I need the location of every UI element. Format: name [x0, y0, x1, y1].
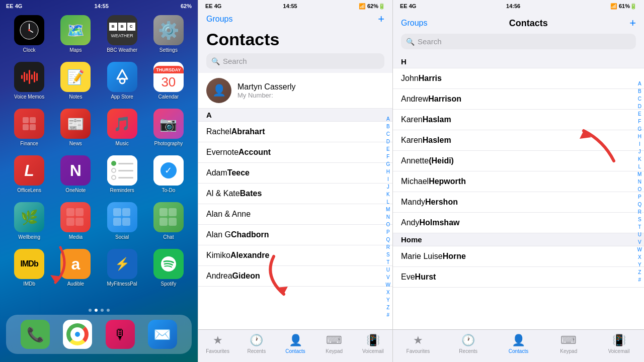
alpha2-D[interactable]: D	[637, 103, 642, 110]
app-todo[interactable]: ✓ To-Do	[147, 155, 190, 193]
search-bar-c2[interactable]: 🔍 Search	[401, 34, 636, 49]
app-calendar[interactable]: THURSDAY 30 Calendar	[147, 62, 190, 100]
alpha2-I[interactable]: I	[637, 141, 642, 148]
dock-podcast[interactable]: 🎙	[106, 320, 135, 349]
alpha2-K[interactable]: K	[637, 156, 642, 163]
tab-voicemail-c2[interactable]: 📳 Voicemail	[594, 334, 644, 354]
alpha-T[interactable]: T	[386, 259, 390, 266]
app-music[interactable]: 🎵 Music	[101, 109, 143, 146]
dock-chrome[interactable]	[63, 320, 92, 349]
tab-voicemail-c1[interactable]: 📳 Voicemail	[354, 334, 392, 354]
alpha2-L[interactable]: L	[637, 163, 642, 170]
contact-evernote[interactable]: Evernote Account	[198, 142, 392, 163]
alpha-X[interactable]: X	[386, 289, 390, 296]
alpha2-C[interactable]: C	[637, 96, 642, 103]
alpha2-O[interactable]: O	[637, 186, 642, 193]
tab-keypad-c2[interactable]: ⌨ Keypad	[543, 334, 594, 354]
alpha2-Z[interactable]: Z	[637, 269, 642, 276]
alpha-J[interactable]: J	[386, 184, 390, 191]
tab-recents-c2[interactable]: 🕐 Recents	[443, 334, 494, 354]
contact-mandy-hershon[interactable]: Mandy Hershon	[393, 192, 644, 213]
app-bbc[interactable]: BBC WEATHER BBC Weather	[101, 15, 143, 53]
alpha-C[interactable]: C	[386, 131, 390, 138]
alpha-Q[interactable]: Q	[386, 236, 390, 243]
app-onenote[interactable]: N OneNote	[54, 155, 97, 193]
alpha2-hash[interactable]: #	[637, 277, 642, 284]
alpha2-B[interactable]: B	[637, 88, 642, 95]
alpha-N[interactable]: N	[386, 214, 390, 221]
alpha2-S[interactable]: S	[637, 216, 642, 223]
add-contact-button-c2[interactable]: +	[629, 17, 636, 30]
app-finance[interactable]: Finance	[8, 109, 50, 146]
add-contact-button-c1[interactable]: +	[378, 13, 384, 26]
alpha2-Y[interactable]: Y	[637, 261, 642, 268]
dock-phone[interactable]: 📞	[21, 320, 50, 349]
alpha2-A[interactable]: A	[637, 80, 642, 87]
groups-button-c2[interactable]: Groups	[401, 19, 427, 28]
alpha2-X[interactable]: X	[637, 254, 642, 261]
alpha-D[interactable]: D	[386, 138, 390, 145]
alpha-U[interactable]: U	[386, 266, 390, 274]
app-media[interactable]: Media	[54, 202, 97, 240]
contact-michael-hepworth[interactable]: Michael Hepworth	[393, 171, 644, 192]
contact-adam[interactable]: Adam Teece	[198, 163, 392, 184]
app-office[interactable]: L OfficeLens	[8, 155, 50, 193]
alpha-F[interactable]: F	[386, 153, 390, 160]
alpha2-F[interactable]: F	[637, 118, 642, 125]
app-chat[interactable]: Chat	[147, 202, 190, 240]
alpha-H[interactable]: H	[386, 168, 390, 175]
alpha2-M[interactable]: M	[637, 171, 642, 178]
alpha2-W[interactable]: W	[637, 246, 642, 253]
tab-keypad-c1[interactable]: ⌨ Keypad	[315, 334, 354, 354]
contact-al-kate[interactable]: Al & Kate Bates	[198, 184, 392, 204]
alpha-Z[interactable]: Z	[386, 304, 390, 311]
app-notes[interactable]: 📝 Notes	[54, 62, 97, 100]
app-wellbeing[interactable]: 🌿 Wellbeing	[8, 202, 50, 240]
contact-andrew-harrison[interactable]: Andrew Harrison	[393, 89, 644, 110]
alpha2-E[interactable]: E	[637, 111, 642, 118]
tab-contacts-c2[interactable]: 👤 Contacts	[494, 334, 544, 354]
alpha2-H[interactable]: H	[637, 133, 642, 140]
alpha-I[interactable]: I	[386, 176, 390, 183]
contact-eve-hurst[interactable]: Eve Hurst	[393, 267, 644, 288]
contact-kimiko[interactable]: Kimiko Alexandre	[198, 245, 392, 266]
tab-contacts-c1[interactable]: 👤 Contacts	[276, 334, 314, 354]
alpha-R[interactable]: R	[386, 244, 390, 251]
alpha2-R[interactable]: R	[637, 209, 642, 216]
alpha-P[interactable]: P	[386, 229, 390, 236]
dock-mail[interactable]: ✉️	[148, 320, 177, 349]
app-appstore[interactable]: App Store	[101, 62, 143, 100]
alpha-A[interactable]: A	[386, 116, 390, 123]
app-reminders[interactable]: Reminders	[101, 155, 143, 193]
alpha2-T[interactable]: T	[637, 224, 642, 231]
alpha-hash[interactable]: #	[386, 312, 390, 319]
app-clock[interactable]: Clock	[8, 15, 50, 53]
alpha-W[interactable]: W	[386, 282, 390, 289]
alpha-K[interactable]: K	[386, 191, 390, 198]
alpha2-G[interactable]: G	[637, 126, 642, 133]
contact-annette-heidi[interactable]: Annette (Heidi)	[393, 151, 644, 171]
contact-alan-g[interactable]: Alan G Chadborn	[198, 225, 392, 245]
contact-marie-horne[interactable]: Marie Luise Horne	[393, 246, 644, 267]
contact-karen-haslem[interactable]: Karen Haslem	[393, 130, 644, 151]
app-spotify[interactable]: Spotify	[147, 249, 190, 287]
contact-andrea[interactable]: Andrea Gideon	[198, 266, 392, 287]
alpha-V[interactable]: V	[386, 274, 390, 281]
app-maps[interactable]: 🗺️ Maps	[54, 15, 97, 53]
tab-favourites-c2[interactable]: ★ Favourites	[393, 334, 443, 354]
alpha2-U[interactable]: U	[637, 231, 642, 238]
alpha2-P[interactable]: P	[637, 194, 642, 201]
app-myf[interactable]: ⚡ MyFitnessPal	[101, 249, 143, 287]
alpha-G[interactable]: G	[386, 161, 390, 168]
alpha2-Q[interactable]: Q	[637, 201, 642, 208]
contact-rachel[interactable]: Rachel Abrahart	[198, 122, 392, 142]
alpha2-J[interactable]: J	[637, 148, 642, 155]
search-bar-c1[interactable]: 🔍 Search	[206, 53, 384, 69]
contact-andy-holmshaw[interactable]: Andy Holmshaw	[393, 213, 644, 233]
tab-favourites-c1[interactable]: ★ Favourites	[198, 334, 237, 354]
contact-karen-haslam[interactable]: Karen Haslam	[393, 110, 644, 130]
app-news[interactable]: 📰 News	[54, 109, 97, 146]
my-number-row[interactable]: 👤 Martyn Casserly My Number:	[198, 73, 392, 109]
alpha-Y[interactable]: Y	[386, 297, 390, 304]
contact-alan-anne[interactable]: Alan & Anne	[198, 204, 392, 225]
